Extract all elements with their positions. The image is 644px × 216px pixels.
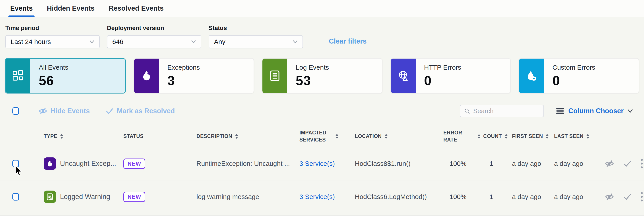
flame-icon	[134, 59, 159, 93]
table-header-row: TYPE STATUS DESCRIPTION IMPACTED SERVICE…	[0, 126, 644, 147]
sort-icon	[235, 134, 238, 139]
eye-off-icon	[38, 107, 48, 115]
impacted-services-link[interactable]: 3 Service(s)	[297, 160, 352, 167]
filters-bar: Time period Last 24 hours Deployment ver…	[0, 17, 644, 48]
hamburger-icon	[556, 108, 564, 114]
search-icon	[464, 108, 470, 114]
check-icon	[106, 107, 114, 115]
deployment-version-select[interactable]: 646	[107, 35, 201, 48]
status-badge: NEW	[123, 192, 145, 202]
table-row[interactable]: Uncaught Excep... NEW RuntimeException: …	[0, 147, 644, 180]
time-period-select[interactable]: Last 24 hours	[5, 35, 100, 48]
card-body: HTTP Errors 0	[416, 59, 461, 93]
mark-resolved-label: Mark as Resolved	[117, 107, 175, 115]
chevron-down-icon	[293, 40, 298, 43]
column-header-error-rate[interactable]: ERROR RATE	[441, 129, 480, 143]
card-value: 0	[424, 73, 461, 88]
first-seen-value: a day ago	[509, 193, 552, 201]
select-all-checkbox[interactable]	[12, 107, 19, 115]
column-chooser-label: Column Chooser	[568, 107, 624, 115]
column-header-first-seen[interactable]: FIRST SEEN	[509, 133, 552, 139]
column-header-description[interactable]: DESCRIPTION	[194, 133, 297, 139]
card-value: 56	[39, 73, 68, 88]
card-body: Exceptions 3	[159, 59, 200, 93]
hide-events-button[interactable]: Hide Events	[38, 107, 90, 115]
column-label: COUNT	[483, 133, 502, 139]
last-seen-value: a day ago	[552, 160, 594, 167]
mark-resolved-button[interactable]: Mark as Resolved	[106, 107, 175, 115]
search-box	[460, 105, 544, 117]
row-checkbox[interactable]	[12, 193, 19, 201]
sort-icon	[384, 134, 388, 139]
card-log-events[interactable]: Log Events 53	[262, 58, 382, 94]
kebab-menu-icon[interactable]	[640, 192, 643, 202]
card-label: HTTP Errors	[424, 64, 461, 71]
error-rate-value: 100%	[441, 193, 480, 201]
sort-icon	[586, 134, 590, 139]
tab-events[interactable]: Events	[10, 0, 33, 17]
summary-cards: All Events 56 Exceptions 3 Log	[0, 48, 644, 94]
status-badge: NEW	[123, 159, 145, 169]
clear-filters-button[interactable]: Clear filters	[329, 37, 367, 45]
card-label: All Events	[39, 64, 68, 71]
column-header-count[interactable]: COUNT	[480, 133, 509, 139]
impacted-services-link[interactable]: 3 Service(s)	[297, 193, 352, 201]
dashboard-icon	[6, 59, 30, 93]
table-row[interactable]: Logged Warning NEW log warning message 3…	[0, 180, 644, 213]
column-label: IMPACTED SERVICES	[300, 129, 333, 143]
chevron-down-icon	[628, 109, 633, 113]
toolbar-divider	[28, 105, 28, 117]
card-all-events[interactable]: All Events 56	[5, 58, 126, 94]
card-exceptions[interactable]: Exceptions 3	[134, 58, 254, 94]
error-rate-value: 100%	[441, 160, 480, 167]
column-label: STATUS	[123, 133, 144, 139]
card-value: 0	[552, 73, 595, 88]
hide-events-label: Hide Events	[50, 107, 90, 115]
column-header-status: STATUS	[121, 133, 194, 139]
card-value: 3	[168, 73, 200, 88]
flame-gear-icon	[519, 59, 544, 93]
event-description: RuntimeException: Uncaught ...	[194, 160, 297, 167]
hide-event-icon[interactable]	[604, 160, 614, 168]
count-value: 1	[480, 160, 509, 167]
card-custom-errors[interactable]: Custom Errors 0	[519, 58, 639, 94]
card-body: Log Events 53	[287, 59, 329, 93]
card-http-errors[interactable]: HTTP Errors 0	[390, 58, 511, 94]
column-label: FIRST SEEN	[512, 133, 543, 139]
kebab-menu-icon[interactable]	[640, 159, 643, 169]
filter-time-period: Time period Last 24 hours	[5, 25, 100, 48]
sort-icon	[478, 134, 480, 139]
sort-icon	[504, 134, 508, 139]
row-checkbox[interactable]	[12, 160, 19, 167]
column-label: LAST SEEN	[554, 133, 584, 139]
column-header-impacted-services[interactable]: IMPACTED SERVICES	[297, 129, 352, 143]
tab-bar: Events Hidden Events Resolved Events	[0, 0, 644, 17]
log-document-icon	[262, 59, 287, 93]
tab-resolved-events[interactable]: Resolved Events	[109, 0, 164, 17]
hide-event-icon[interactable]	[604, 193, 614, 201]
event-location: HodClass6.LogMethod()	[352, 193, 441, 201]
globe-error-icon	[391, 59, 416, 93]
event-location: HodClass8$1.run()	[352, 160, 441, 167]
events-table: TYPE STATUS DESCRIPTION IMPACTED SERVICE…	[0, 126, 644, 213]
search-input[interactable]	[473, 107, 540, 115]
exception-type-icon	[44, 157, 56, 170]
last-seen-value: a day ago	[552, 193, 594, 201]
resolve-event-icon[interactable]	[623, 160, 632, 167]
filter-status: Status Any	[208, 25, 303, 48]
tab-hidden-events[interactable]: Hidden Events	[47, 0, 94, 17]
column-header-type[interactable]: TYPE	[41, 133, 121, 139]
status-value: Any	[214, 38, 226, 45]
sort-icon	[546, 134, 549, 139]
column-header-last-seen[interactable]: LAST SEEN	[552, 133, 594, 139]
deployment-version-label: Deployment version	[107, 25, 201, 32]
time-period-label: Time period	[5, 25, 100, 32]
status-label: Status	[208, 25, 303, 32]
toolbar: Hide Events Mark as Resolved Column Choo…	[0, 104, 644, 118]
column-chooser-button[interactable]: Column Chooser	[556, 107, 633, 115]
card-body: Custom Errors 0	[544, 59, 595, 93]
column-header-location[interactable]: LOCATION	[352, 133, 441, 139]
column-label: ERROR RATE	[443, 129, 475, 143]
status-select[interactable]: Any	[208, 35, 303, 48]
resolve-event-icon[interactable]	[623, 193, 632, 201]
